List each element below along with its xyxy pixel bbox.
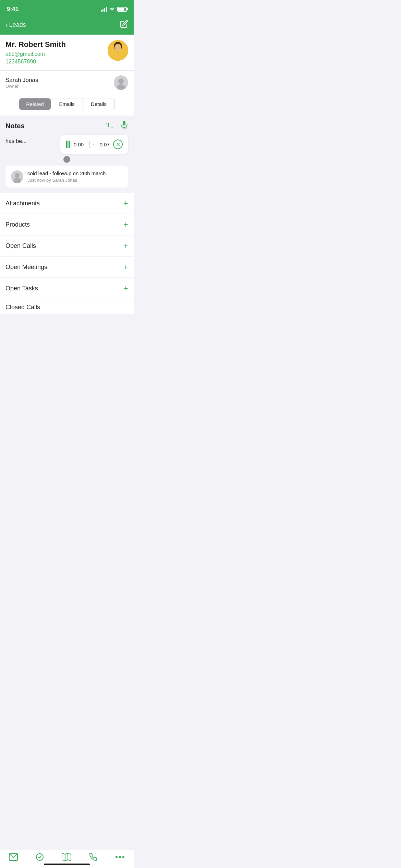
section-open-tasks-label: Open Tasks	[5, 285, 38, 292]
nav-bar: ‹ Leads	[0, 17, 134, 35]
edit-icon[interactable]	[120, 20, 128, 30]
audio-progress-track[interactable]	[93, 144, 94, 145]
contact-email[interactable]: abc@gmail.com	[5, 51, 108, 57]
progress-dot	[63, 156, 70, 163]
battery-icon	[117, 7, 127, 12]
back-chevron-icon: ‹	[5, 21, 8, 29]
microphone-icon[interactable]: +	[120, 120, 128, 131]
tab-related[interactable]: Related	[19, 98, 51, 110]
status-icons	[101, 7, 127, 12]
tab-segment-wrapper: Related Emails Details	[0, 95, 134, 116]
owner-info: Sarah Jonas Owner	[5, 77, 38, 89]
svg-text:+: +	[126, 126, 128, 129]
status-time: 9:41	[7, 6, 19, 13]
contact-name: Mr. Robert Smith	[5, 40, 108, 49]
section-open-tasks: Open Tasks +	[0, 278, 134, 299]
progress-dot-row	[5, 154, 128, 166]
section-closed-calls-label: Closed Calls	[5, 304, 40, 311]
add-open-calls-button[interactable]: +	[123, 242, 128, 250]
add-open-meetings-button[interactable]: +	[123, 263, 128, 271]
section-open-meetings: Open Meetings +	[0, 256, 134, 277]
audio-time-start: 0:00	[74, 142, 86, 147]
svg-point-6	[118, 79, 124, 84]
svg-rect-10	[123, 121, 125, 125]
back-button[interactable]: ‹ Leads	[5, 21, 26, 29]
note-card-meta: Just now by Sarah Jonas	[27, 178, 106, 183]
svg-text:T: T	[106, 122, 110, 129]
notes-header: Notes T + +	[5, 120, 128, 131]
contact-phone[interactable]: 1234567890	[5, 59, 108, 65]
add-open-tasks-button[interactable]: +	[123, 284, 128, 292]
notes-body: has be... 0:00 0:07 ✕	[5, 135, 128, 154]
svg-point-2	[114, 44, 121, 51]
owner-row: Sarah Jonas Owner	[0, 70, 134, 95]
add-attachment-button[interactable]: +	[123, 199, 128, 207]
note-card-text: cold lead - followup on 26th march	[27, 170, 106, 176]
section-closed-calls: Closed Calls	[0, 299, 134, 314]
notes-text-preview: has be...	[5, 135, 60, 148]
note-card: cold lead - followup on 26th march Just …	[5, 166, 128, 188]
section-attachments-label: Attachments	[5, 200, 40, 207]
notes-actions: T + +	[106, 120, 128, 131]
contact-header: Mr. Robert Smith abc@gmail.com 123456789…	[0, 35, 134, 70]
audio-time-end: 0:07	[97, 142, 110, 147]
section-attachments: Attachments +	[0, 193, 134, 214]
note-card-content: cold lead - followup on 26th march Just …	[27, 170, 106, 183]
tab-emails[interactable]: Emails	[51, 98, 83, 110]
status-bar: 9:41	[0, 0, 134, 17]
svg-rect-4	[113, 53, 123, 61]
note-card-avatar	[11, 170, 23, 183]
notes-section: Notes T + +	[0, 116, 134, 188]
audio-widget: 0:00 0:07 ✕	[60, 135, 128, 154]
section-products: Products +	[0, 214, 134, 235]
contact-info: Mr. Robert Smith abc@gmail.com 123456789…	[5, 40, 108, 65]
section-open-calls-label: Open Calls	[5, 242, 36, 250]
section-open-calls: Open Calls +	[0, 235, 134, 256]
owner-avatar	[114, 75, 128, 90]
tab-segment: Related Emails Details	[19, 98, 115, 110]
tab-details[interactable]: Details	[83, 98, 114, 110]
text-format-icon[interactable]: T +	[106, 120, 114, 131]
contact-avatar	[108, 40, 128, 61]
sections-group: Attachments + Products + Open Calls + Op…	[0, 193, 134, 314]
notes-title: Notes	[5, 122, 25, 130]
section-products-label: Products	[5, 221, 30, 228]
audio-pause-button[interactable]	[66, 141, 70, 148]
owner-name: Sarah Jonas	[5, 77, 38, 84]
main-content: Notes T + +	[0, 116, 134, 344]
wifi-icon	[109, 7, 115, 12]
section-open-meetings-label: Open Meetings	[5, 264, 47, 271]
signal-icon	[101, 7, 107, 12]
add-products-button[interactable]: +	[123, 220, 128, 229]
audio-close-button[interactable]: ✕	[113, 140, 123, 149]
back-label: Leads	[9, 21, 26, 28]
svg-point-15	[15, 173, 20, 178]
audio-separator	[89, 141, 90, 148]
svg-text:+: +	[111, 125, 113, 129]
owner-label-text: Owner	[5, 84, 38, 89]
